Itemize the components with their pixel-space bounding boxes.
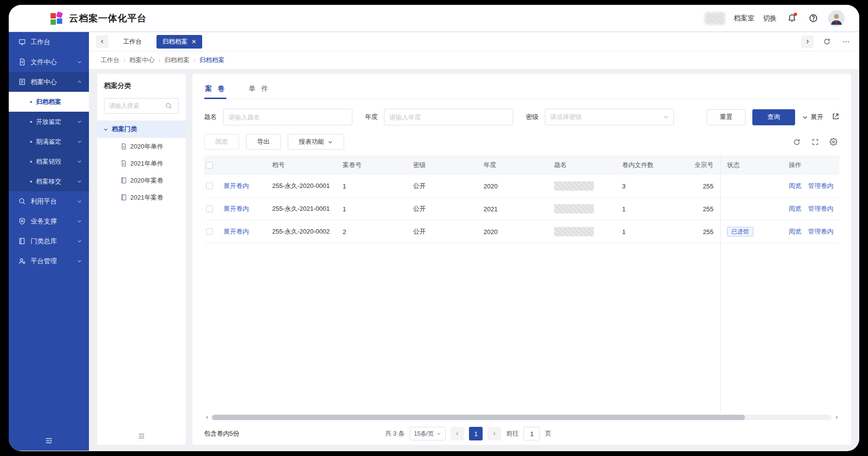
tab-archived-files[interactable]: 归档档案 ✕ [156, 35, 202, 49]
tree-node-2020-item[interactable]: 2020年单件 [104, 138, 179, 155]
scroll-right-icon[interactable] [833, 415, 839, 421]
tree-node-2020-volume[interactable]: 2020年案卷 [104, 172, 179, 189]
chevron-down-icon [77, 119, 82, 124]
report-functions-button[interactable]: 报表功能 [288, 134, 344, 150]
breadcrumb-item[interactable]: 工作台 [101, 56, 120, 65]
expand-filters-button[interactable]: 展开 [802, 113, 823, 121]
page-size-select[interactable]: 15条/页 [410, 427, 446, 440]
sidebar-item-file-center[interactable]: 文件中心 [9, 52, 89, 72]
breadcrumb-separator: › [158, 57, 160, 64]
manage-volume-link[interactable]: 管理卷内 [808, 205, 833, 212]
view-button[interactable]: 阅览 [204, 134, 239, 150]
sidebar-item-utilization-platform[interactable]: 利用平台 [9, 191, 89, 211]
scrollbar-thumb[interactable] [212, 415, 745, 420]
horizontal-scrollbar [204, 414, 839, 421]
sidebar-item-business-support[interactable]: 业务支撑 [9, 211, 89, 231]
tabs-scroll-right-icon[interactable] [801, 35, 814, 48]
reset-button[interactable]: 重置 [707, 109, 746, 125]
sidebar-item-workbench[interactable]: 工作台 [9, 32, 89, 52]
pagination: 共 3 条 15条/页 1 前 [385, 427, 551, 440]
tree-node-2021-volume[interactable]: 2021年案卷 [104, 189, 179, 206]
chevron-down-icon [663, 114, 669, 120]
monitor-icon [18, 38, 26, 46]
tab-single-items[interactable]: 单 件 [248, 81, 271, 99]
sidebar-item-category-repository[interactable]: 门类总库 [9, 231, 89, 251]
col-header-secrecy: 密级 [413, 161, 484, 169]
year-filter-input[interactable] [384, 109, 513, 125]
chevron-down-icon [77, 159, 82, 164]
breadcrumb-item[interactable]: 档案中心 [129, 56, 155, 65]
sidebar-item-platform-admin[interactable]: 平台管理 [9, 251, 89, 271]
secrecy-filter-select[interactable]: 请选择密级 [545, 109, 674, 125]
sidebar-collapse-icon[interactable] [9, 437, 89, 445]
sidebar-nav: 工作台 文件中心 档案中心 归档档案 开放鉴定 [9, 32, 89, 451]
view-link[interactable]: 阅览 [789, 205, 801, 212]
row-checkbox[interactable] [206, 205, 213, 212]
sidebar-item-expiry-appraisal[interactable]: 期满鉴定 [9, 132, 89, 152]
refresh-table-icon[interactable] [791, 136, 802, 148]
prev-page-button[interactable] [451, 427, 464, 440]
tab-workbench[interactable]: 工作台 [115, 35, 150, 49]
table-footer: 包含卷内5份 共 3 条 15条/页 1 [204, 422, 839, 445]
fullscreen-icon[interactable] [809, 136, 821, 148]
query-button[interactable]: 查询 [752, 109, 795, 125]
user-settings-icon [18, 257, 26, 265]
refresh-tab-icon[interactable] [820, 35, 833, 48]
bullet-icon [30, 181, 32, 183]
breadcrumb-item[interactable]: 归档档案 [164, 56, 190, 65]
title-filter-label: 题名 [204, 113, 217, 121]
switch-org-button[interactable]: 切换 [763, 14, 777, 23]
scroll-left-icon[interactable] [204, 415, 210, 421]
manage-volume-link[interactable]: 管理卷内 [808, 228, 833, 235]
table-toolbar: 阅览 导出 报表功能 [204, 127, 839, 155]
expand-volume-link[interactable]: 展开卷内 [224, 228, 249, 235]
total-count: 共 3 条 [385, 429, 404, 438]
tree-node-root[interactable]: 档案门类 [97, 120, 186, 138]
sidebar-item-archived-files[interactable]: 归档档案 [9, 92, 89, 112]
breadcrumb-item-current: 归档档案 [199, 56, 225, 65]
current-page-button[interactable]: 1 [469, 427, 483, 440]
goto-page-input[interactable] [523, 427, 540, 440]
sidebar-item-open-appraisal[interactable]: 开放鉴定 [9, 112, 89, 132]
user-avatar[interactable] [828, 10, 845, 27]
external-link-icon[interactable] [832, 113, 839, 122]
cell-fonds-no: 255 [690, 228, 720, 236]
row-checkbox[interactable] [206, 228, 213, 235]
tabs-scroll-left-icon[interactable] [96, 35, 108, 48]
sidebar-item-archive-destroy[interactable]: 档案销毁 [9, 152, 89, 171]
column-settings-gear-icon[interactable] [828, 136, 839, 148]
table-row: 展开卷内 255-永久-2020-0001 1 公开 2020 3 255 阅览 [204, 175, 839, 198]
view-link[interactable]: 阅览 [789, 182, 801, 189]
cell-file-count: 1 [622, 205, 690, 213]
archive-classification-panel: 档案分类 档案门类 2020年单件 2021 [97, 74, 186, 445]
notification-bell-icon[interactable] [785, 12, 798, 25]
tree-collapse-icon[interactable] [97, 432, 186, 440]
help-icon[interactable] [807, 12, 819, 25]
col-header-docno: 档号 [272, 161, 343, 169]
manage-volume-link[interactable]: 管理卷内 [808, 182, 833, 189]
fixed-column-divider [720, 155, 721, 413]
goto-label: 前往 [506, 429, 519, 438]
tab-volumes[interactable]: 案 卷 [204, 81, 227, 99]
row-checkbox[interactable] [206, 183, 213, 189]
title-filter-input[interactable] [223, 109, 352, 125]
view-link[interactable]: 阅览 [789, 228, 801, 235]
scrollbar-track[interactable] [212, 415, 832, 420]
cell-volume-no: 1 [343, 205, 413, 213]
next-page-button[interactable] [487, 427, 501, 440]
tree-panel-title: 档案分类 [104, 82, 179, 90]
expand-volume-link[interactable]: 展开卷内 [224, 205, 249, 212]
more-options-icon[interactable] [840, 35, 852, 48]
select-all-checkbox[interactable] [206, 162, 213, 169]
chevron-down-icon [436, 431, 441, 436]
app-window: 云档案一体化平台 档案室 切换 工作台 [9, 5, 859, 451]
tree-search-input[interactable] [109, 102, 162, 109]
sidebar-item-archive-transfer[interactable]: 档案移交 [9, 171, 89, 191]
expand-volume-link[interactable]: 展开卷内 [224, 182, 249, 189]
export-button[interactable]: 导出 [246, 134, 281, 150]
sidebar-item-archive-center[interactable]: 档案中心 [9, 72, 89, 92]
close-icon[interactable]: ✕ [191, 39, 196, 45]
cell-year: 2020 [484, 183, 554, 190]
col-header-action: 操作 [776, 161, 839, 169]
tree-node-2021-item[interactable]: 2021年单件 [104, 155, 179, 172]
